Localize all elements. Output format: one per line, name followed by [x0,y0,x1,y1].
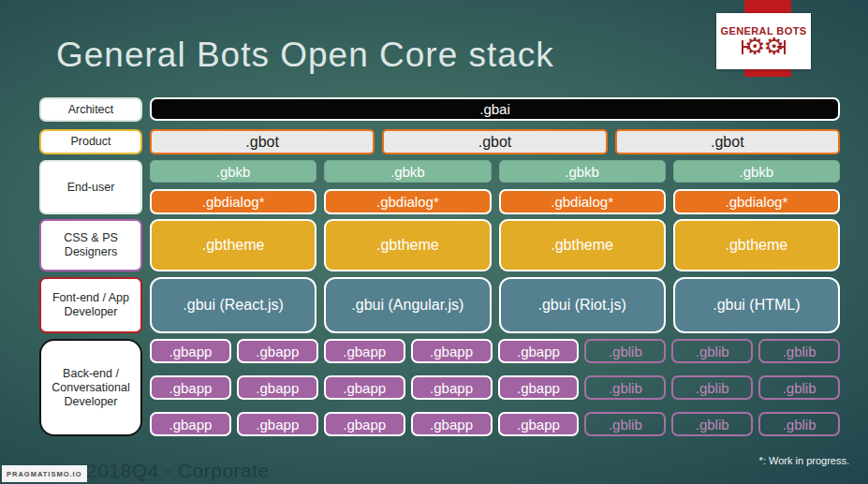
gbapp-box: .gbapp [237,412,318,436]
gblib-box: .gblib [758,339,840,363]
gbapp-box: .gbapp [324,375,405,400]
gbapp-box: .gbapp [411,339,493,363]
gblib-box: .gblib [584,412,666,436]
row-label-front-end-app-developer: Font-end / App Developer [39,277,142,333]
gbapp-row-3: .gbapp .gbapp .gbapp .gbapp .gbapp .gbli… [150,412,840,436]
gbapp-box: .gbapp [150,375,231,400]
gbapp-box: .gbapp [411,412,493,436]
gbapp-box: .gbapp [324,339,405,363]
gbapp-box: .gbapp [498,339,580,363]
gbdialog-box: .gbdialog* [673,189,840,214]
gbkb-box: .gbkb [150,160,316,183]
gblib-box: .gblib [584,375,666,400]
work-in-progress-footnote: *: Work in progress. [759,455,849,466]
slide-canvas: General Bots Open Core stack GENERAL BOT… [0,0,868,484]
gbapp-row-2: .gbapp .gbapp .gbapp .gbapp .gbapp .gbli… [150,375,840,400]
gbot-box: .gbot [615,129,840,154]
gbapp-box: .gbapp [237,339,318,363]
gbdialog-box: .gbdialog* [324,189,491,214]
gbapp-box: .gbapp [498,375,580,400]
gbdialog-box: .gbdialog* [499,189,666,214]
gbdialog-row: .gbdialog* .gbdialog* .gbdialog* .gbdial… [150,189,840,214]
gbkb-box: .gbkb [673,160,840,183]
gbot-box: .gbot [382,129,607,154]
general-bots-logo: GENERAL BOTS ⚙⚙ [716,13,811,69]
gblib-box: .gblib [671,412,753,436]
gblib-box: .gblib [758,375,840,400]
gbai-row: .gbai [150,97,840,121]
gbtheme-row: .gbtheme .gbtheme .gbtheme .gbtheme [150,219,840,271]
gbui-react-box: .gbui (React.js) [150,277,316,333]
gbot-box: .gbot [150,129,375,154]
footer-edition-text: 2018Q4 - Corporate [86,460,270,482]
gbapp-box: .gbapp [498,412,580,436]
gbui-riot-box: .gbui (Riot.js) [499,277,666,333]
row-label-end-user: End-user [39,160,142,214]
gbapp-row-1: .gbapp .gbapp .gbapp .gbapp .gbapp .gbli… [150,339,840,363]
gblib-box: .gblib [584,339,666,363]
gbkb-row: .gbkb .gbkb .gbkb .gbkb [150,160,840,183]
gbapp-box: .gbapp [324,412,405,436]
gblib-box: .gblib [671,339,753,363]
row-label-back-end-conversational-developer: Back-end / Conversational Developer [39,339,142,436]
gbui-angular-box: .gbui (Angular.js) [324,277,491,333]
page-title: General Bots Open Core stack [56,36,554,75]
gbapp-box: .gbapp [150,412,231,436]
gbapp-box: .gbapp [411,375,493,400]
gbtheme-box: .gbtheme [324,219,491,271]
gbui-html-box: .gbui (HTML) [673,277,840,333]
gbdialog-box: .gbdialog* [150,189,316,214]
gbtheme-box: .gbtheme [150,219,316,271]
gblib-box: .gblib [671,375,753,400]
row-label-css-ps-designers: CSS & PS Designers [39,219,142,271]
gbui-row: .gbui (React.js) .gbui (Angular.js) .gbu… [150,277,840,333]
gbtheme-box: .gbtheme [673,219,840,271]
gbapp-box: .gbapp [150,339,231,363]
gear-tick-left [742,40,743,54]
gbapp-box: .gbapp [237,375,318,400]
gbtheme-box: .gbtheme [499,219,666,271]
gears-icon: ⚙⚙ [742,35,786,59]
gbkb-box: .gbkb [324,160,491,183]
row-label-architect: Architect [39,97,142,122]
gbot-row: .gbot .gbot .gbot [150,129,840,154]
gear-tick-right [784,40,786,54]
gblib-box: .gblib [758,412,840,436]
row-label-product: Product [39,129,142,154]
gbkb-box: .gbkb [499,160,666,183]
pragmatismo-logo-badge: PRAGMATISMO.IO [2,465,87,482]
gbai-bar: .gbai [150,97,840,121]
